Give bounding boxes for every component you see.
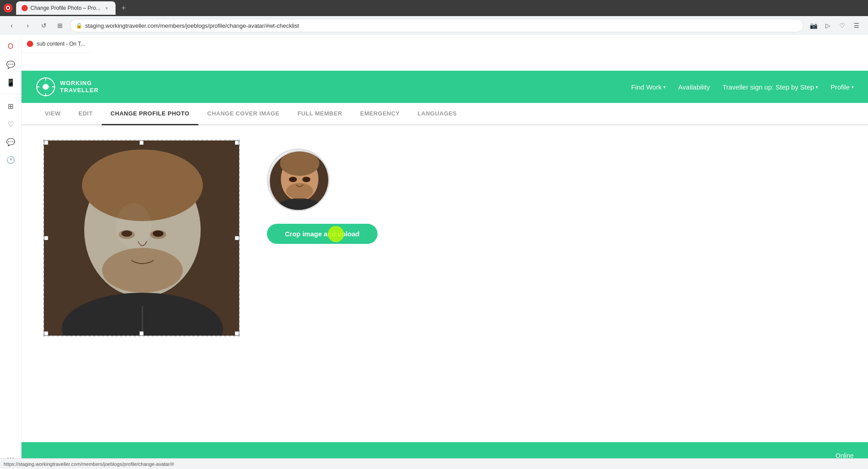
- svg-point-25: [302, 177, 310, 182]
- sidebar-messenger-icon[interactable]: 💬: [3, 56, 19, 72]
- find-work-chevron: ▾: [663, 85, 666, 90]
- grid-button[interactable]: ⊞: [54, 19, 66, 32]
- sidebar-opera-icon[interactable]: O: [3, 38, 19, 55]
- sidebar-apps-icon[interactable]: ⊞: [3, 98, 19, 114]
- camera-button[interactable]: 📷: [807, 19, 820, 32]
- tab-favicon: [21, 5, 28, 11]
- logo-icon: [36, 77, 56, 97]
- tab-view[interactable]: VIEW: [36, 103, 69, 125]
- crop-handle-tm[interactable]: [139, 141, 144, 145]
- crop-container[interactable]: [43, 140, 240, 337]
- preview-panel: Crop image and upload: [267, 140, 378, 337]
- menu-button[interactable]: ☰: [850, 19, 863, 32]
- new-tab-button[interactable]: +: [117, 2, 130, 14]
- svg-point-16: [116, 203, 151, 248]
- nav-actions: 📷 ▷ ♡ ☰: [807, 19, 863, 32]
- status-bar: https://staging.workingtraveller.com/mem…: [0, 458, 868, 469]
- sidebar: O 💬 📱 ⊞ ♡ 💬 🕐 ···: [0, 35, 21, 469]
- active-tab[interactable]: Change Profile Photo – Pro... ×: [16, 1, 116, 15]
- crop-handle-mr[interactable]: [235, 236, 239, 240]
- sidebar-favorites-icon[interactable]: ♡: [3, 116, 19, 132]
- tab-edit[interactable]: EDIT: [69, 103, 102, 125]
- address-bar[interactable]: 🔒 staging.workingtraveller.com/members/j…: [70, 19, 804, 32]
- svg-point-26: [286, 183, 313, 199]
- header-nav: Find Work ▾ Availability Traveller sign …: [631, 83, 854, 91]
- avatar-preview: [267, 149, 330, 211]
- title-bar: O Change Profile Photo – Pro... × +: [0, 0, 868, 16]
- tab-title: Change Profile Photo – Pro...: [30, 5, 100, 11]
- main-content-wrapper: sub content - On T... WORKING TRAVELLER …: [21, 53, 868, 469]
- crop-handle-bm[interactable]: [139, 331, 144, 336]
- sidebar-history-icon[interactable]: 🕐: [3, 152, 19, 168]
- browser-chrome: O Change Profile Photo – Pro... × + ‹ › …: [0, 0, 868, 35]
- page-tabs: VIEW EDIT CHANGE PROFILE PHOTO CHANGE CO…: [21, 103, 868, 125]
- nav-traveller-signup[interactable]: Traveller sign up: Step by Step ▾: [722, 83, 818, 91]
- site-header: WORKING TRAVELLER Find Work ▾ Availabili…: [21, 71, 868, 103]
- crop-handle-tr[interactable]: [235, 141, 239, 145]
- status-url: https://staging.workingtraveller.com/mem…: [4, 461, 174, 467]
- svg-point-15: [102, 248, 183, 293]
- crop-upload-button[interactable]: Crop image and upload: [267, 224, 378, 244]
- svg-point-14: [153, 230, 163, 237]
- logo-text: WORKING TRAVELLER: [60, 80, 99, 94]
- heart-button[interactable]: ♡: [836, 19, 848, 32]
- traveller-signup-chevron: ▾: [816, 85, 818, 90]
- logo-area: WORKING TRAVELLER: [36, 77, 99, 97]
- nav-find-work[interactable]: Find Work ▾: [631, 83, 666, 91]
- crop-handle-tl[interactable]: [44, 141, 48, 145]
- back-button[interactable]: ‹: [5, 19, 18, 32]
- lock-icon: 🔒: [76, 22, 82, 29]
- tab-change-cover-image[interactable]: CHANGE COVER IMAGE: [198, 103, 288, 125]
- tab-close-button[interactable]: ×: [103, 4, 110, 12]
- svg-point-1: [43, 85, 48, 89]
- crop-handle-ml[interactable]: [44, 236, 48, 240]
- tab-full-member[interactable]: FULL MEMBER: [288, 103, 351, 125]
- forward-button[interactable]: ›: [21, 19, 34, 32]
- profile-chevron: ▾: [851, 85, 854, 90]
- crop-handle-br[interactable]: [235, 331, 239, 336]
- play-button[interactable]: ▷: [821, 19, 834, 32]
- nav-availability[interactable]: Availability: [678, 83, 710, 91]
- refresh-button[interactable]: ↺: [38, 19, 50, 32]
- tab-languages[interactable]: LANGUAGES: [408, 103, 466, 125]
- nav-bar: ‹ › ↺ ⊞ 🔒 staging.workingtraveller.com/m…: [0, 16, 868, 35]
- svg-point-24: [289, 177, 297, 182]
- content-area: Crop image and upload: [21, 125, 868, 351]
- tab-emergency[interactable]: EMERGENCY: [351, 103, 408, 125]
- opera-browser-icon: O: [4, 4, 13, 13]
- sidebar-divider: [0, 94, 21, 94]
- sidebar-whatsapp-icon[interactable]: 📱: [3, 74, 19, 90]
- avatar-image: [268, 150, 330, 211]
- tab-change-profile-photo[interactable]: CHANGE PROFILE PHOTO: [102, 103, 198, 125]
- nav-profile[interactable]: Profile ▾: [830, 83, 854, 91]
- crop-handle-bl[interactable]: [44, 331, 48, 336]
- crop-image: [44, 141, 240, 337]
- sidebar-chat-icon[interactable]: 💬: [3, 134, 19, 150]
- url-text: staging.workingtraveller.com/members/joe…: [85, 22, 299, 29]
- tab-area: Change Profile Photo – Pro... × +: [16, 0, 130, 16]
